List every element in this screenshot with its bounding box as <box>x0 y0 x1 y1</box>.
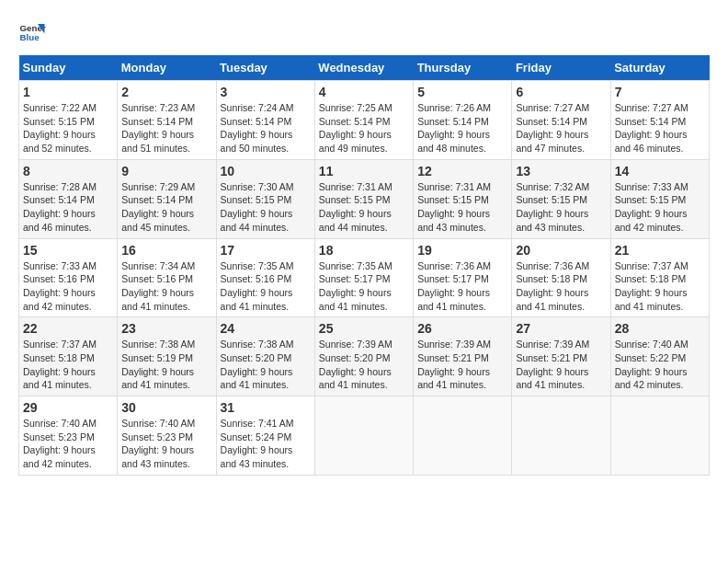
day-number: 17 <box>221 243 311 258</box>
day-number: 8 <box>23 164 113 178</box>
day-info: Sunrise: 7:35 AMSunset: 5:16 PMDaylight:… <box>221 260 294 312</box>
day-number: 9 <box>121 164 211 178</box>
day-number: 31 <box>221 400 311 415</box>
calendar-cell: 26Sunrise: 7:39 AMSunset: 5:21 PMDayligh… <box>414 317 512 396</box>
calendar-cell: 3Sunrise: 7:24 AMSunset: 5:14 PMDaylight… <box>216 81 314 160</box>
day-header-wednesday: Wednesday <box>314 55 413 81</box>
calendar-cell: 20Sunrise: 7:36 AMSunset: 5:18 PMDayligh… <box>512 238 610 317</box>
day-header-thursday: Thursday <box>414 55 512 81</box>
day-number: 15 <box>23 243 113 258</box>
day-number: 23 <box>121 321 211 336</box>
calendar-cell: 28Sunrise: 7:40 AMSunset: 5:22 PMDayligh… <box>610 317 709 396</box>
calendar-cell: 23Sunrise: 7:38 AMSunset: 5:19 PMDayligh… <box>118 317 216 396</box>
calendar-cell: 31Sunrise: 7:41 AMSunset: 5:24 PMDayligh… <box>216 396 314 476</box>
calendar-cell: 7Sunrise: 7:27 AMSunset: 5:14 PMDaylight… <box>610 81 709 160</box>
svg-text:Blue: Blue <box>20 32 40 42</box>
calendar-cell: 11Sunrise: 7:31 AMSunset: 5:15 PMDayligh… <box>314 159 413 238</box>
day-number: 29 <box>23 400 113 415</box>
day-number: 18 <box>319 243 409 258</box>
day-number: 1 <box>23 85 113 99</box>
day-info: Sunrise: 7:25 AMSunset: 5:14 PMDaylight:… <box>319 102 392 154</box>
calendar-cell: 6Sunrise: 7:27 AMSunset: 5:14 PMDaylight… <box>512 81 610 160</box>
calendar-week-1: 1Sunrise: 7:22 AMSunset: 5:15 PMDaylight… <box>19 81 710 160</box>
day-number: 20 <box>516 243 606 258</box>
day-number: 13 <box>516 164 606 178</box>
calendar-cell: 4Sunrise: 7:25 AMSunset: 5:14 PMDaylight… <box>314 81 413 160</box>
day-info: Sunrise: 7:30 AMSunset: 5:15 PMDaylight:… <box>221 181 294 233</box>
calendar-cell: 22Sunrise: 7:37 AMSunset: 5:18 PMDayligh… <box>19 317 118 396</box>
day-header-monday: Monday <box>118 55 216 81</box>
day-number: 19 <box>417 243 507 258</box>
day-number: 4 <box>319 85 409 99</box>
day-info: Sunrise: 7:29 AMSunset: 5:14 PMDaylight:… <box>121 181 195 233</box>
day-info: Sunrise: 7:39 AMSunset: 5:21 PMDaylight:… <box>516 339 589 390</box>
day-info: Sunrise: 7:31 AMSunset: 5:15 PMDaylight:… <box>319 181 392 233</box>
calendar-cell: 21Sunrise: 7:37 AMSunset: 5:18 PMDayligh… <box>610 238 709 317</box>
day-info: Sunrise: 7:27 AMSunset: 5:14 PMDaylight:… <box>516 102 589 154</box>
calendar-cell: 1Sunrise: 7:22 AMSunset: 5:15 PMDaylight… <box>19 81 118 160</box>
day-info: Sunrise: 7:31 AMSunset: 5:15 PMDaylight:… <box>417 181 491 233</box>
calendar-week-4: 22Sunrise: 7:37 AMSunset: 5:18 PMDayligh… <box>19 317 710 396</box>
calendar-table: SundayMondayTuesdayWednesdayThursdayFrid… <box>18 55 710 476</box>
day-number: 28 <box>615 321 705 336</box>
calendar-cell: 8Sunrise: 7:28 AMSunset: 5:14 PMDaylight… <box>19 159 118 238</box>
day-info: Sunrise: 7:39 AMSunset: 5:21 PMDaylight:… <box>417 339 491 390</box>
calendar-cell <box>512 396 610 476</box>
calendar-cell: 12Sunrise: 7:31 AMSunset: 5:15 PMDayligh… <box>414 159 512 238</box>
calendar-cell <box>610 396 709 476</box>
calendar-cell: 27Sunrise: 7:39 AMSunset: 5:21 PMDayligh… <box>512 317 610 396</box>
day-info: Sunrise: 7:39 AMSunset: 5:20 PMDaylight:… <box>319 339 392 390</box>
calendar-cell: 16Sunrise: 7:34 AMSunset: 5:16 PMDayligh… <box>118 238 216 317</box>
day-header-tuesday: Tuesday <box>216 55 314 81</box>
day-info: Sunrise: 7:28 AMSunset: 5:14 PMDaylight:… <box>23 181 97 233</box>
day-number: 10 <box>221 164 311 178</box>
calendar-week-2: 8Sunrise: 7:28 AMSunset: 5:14 PMDaylight… <box>19 159 710 238</box>
calendar-cell: 29Sunrise: 7:40 AMSunset: 5:23 PMDayligh… <box>19 396 118 476</box>
day-number: 11 <box>319 164 409 178</box>
day-number: 7 <box>615 85 705 99</box>
day-number: 30 <box>121 400 211 415</box>
day-info: Sunrise: 7:26 AMSunset: 5:14 PMDaylight:… <box>417 102 491 154</box>
day-info: Sunrise: 7:33 AMSunset: 5:16 PMDaylight:… <box>23 260 97 312</box>
day-info: Sunrise: 7:37 AMSunset: 5:18 PMDaylight:… <box>23 339 97 390</box>
day-number: 16 <box>121 243 211 258</box>
day-number: 14 <box>615 164 705 178</box>
day-info: Sunrise: 7:40 AMSunset: 5:23 PMDaylight:… <box>23 418 97 469</box>
day-header-saturday: Saturday <box>610 55 709 81</box>
day-info: Sunrise: 7:22 AMSunset: 5:15 PMDaylight:… <box>23 102 97 154</box>
day-number: 27 <box>516 321 606 336</box>
day-info: Sunrise: 7:41 AMSunset: 5:24 PMDaylight:… <box>221 418 294 469</box>
day-number: 3 <box>221 85 311 99</box>
day-info: Sunrise: 7:32 AMSunset: 5:15 PMDaylight:… <box>516 181 589 233</box>
day-info: Sunrise: 7:23 AMSunset: 5:14 PMDaylight:… <box>121 102 195 154</box>
day-info: Sunrise: 7:38 AMSunset: 5:19 PMDaylight:… <box>121 339 195 390</box>
day-header-sunday: Sunday <box>19 55 118 81</box>
calendar-cell: 15Sunrise: 7:33 AMSunset: 5:16 PMDayligh… <box>19 238 118 317</box>
day-info: Sunrise: 7:36 AMSunset: 5:18 PMDaylight:… <box>516 260 589 312</box>
calendar-cell: 2Sunrise: 7:23 AMSunset: 5:14 PMDaylight… <box>118 81 216 160</box>
day-number: 26 <box>417 321 507 336</box>
calendar-cell: 19Sunrise: 7:36 AMSunset: 5:17 PMDayligh… <box>414 238 512 317</box>
calendar-cell: 5Sunrise: 7:26 AMSunset: 5:14 PMDaylight… <box>414 81 512 160</box>
calendar-cell: 25Sunrise: 7:39 AMSunset: 5:20 PMDayligh… <box>314 317 413 396</box>
day-info: Sunrise: 7:36 AMSunset: 5:17 PMDaylight:… <box>417 260 491 312</box>
calendar-cell <box>314 396 413 476</box>
calendar-cell: 9Sunrise: 7:29 AMSunset: 5:14 PMDaylight… <box>118 159 216 238</box>
day-info: Sunrise: 7:37 AMSunset: 5:18 PMDaylight:… <box>615 260 688 312</box>
day-info: Sunrise: 7:27 AMSunset: 5:14 PMDaylight:… <box>615 102 688 154</box>
calendar-cell: 10Sunrise: 7:30 AMSunset: 5:15 PMDayligh… <box>216 159 314 238</box>
header: General Blue <box>18 18 710 46</box>
day-number: 12 <box>417 164 507 178</box>
calendar-cell: 13Sunrise: 7:32 AMSunset: 5:15 PMDayligh… <box>512 159 610 238</box>
calendar-cell <box>414 396 512 476</box>
day-number: 5 <box>417 85 507 99</box>
day-header-friday: Friday <box>512 55 610 81</box>
day-number: 24 <box>221 321 311 336</box>
day-info: Sunrise: 7:40 AMSunset: 5:23 PMDaylight:… <box>121 418 195 469</box>
day-info: Sunrise: 7:34 AMSunset: 5:16 PMDaylight:… <box>121 260 195 312</box>
day-number: 6 <box>516 85 606 99</box>
day-number: 22 <box>23 321 113 336</box>
day-info: Sunrise: 7:38 AMSunset: 5:20 PMDaylight:… <box>221 339 294 390</box>
day-number: 2 <box>121 85 211 99</box>
header-row: SundayMondayTuesdayWednesdayThursdayFrid… <box>19 55 710 81</box>
